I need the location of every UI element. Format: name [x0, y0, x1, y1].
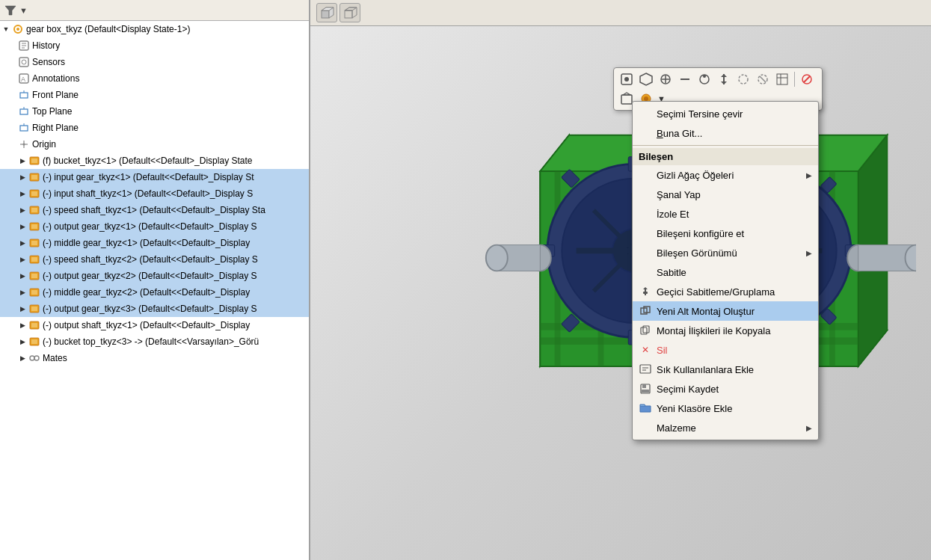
- tree-item-output-gear1[interactable]: ▶ (-) output gear_tkyz<1> (Default<<Defa…: [0, 218, 309, 235]
- mini-tool-btn-6[interactable]: [715, 70, 733, 88]
- output-gear1-icon: [28, 221, 40, 233]
- svg-rect-49: [345, 10, 352, 18]
- context-menu: Seçimi Tersine çevir Buna Git... Bileşen…: [632, 101, 819, 440]
- tree-item-output-shaft1[interactable]: ▶ (-) output shaft_tkyz<1> (Default<<Def…: [0, 317, 309, 333]
- svg-point-119: [703, 75, 706, 78]
- mini-tool-btn-8[interactable]: [754, 70, 772, 88]
- svg-point-19: [23, 144, 25, 146]
- ctx-goto[interactable]: Buna Git...: [633, 123, 818, 143]
- mini-tool-btn-7[interactable]: [734, 70, 752, 88]
- svg-marker-121: [721, 74, 727, 77]
- ctx-pin-icon: [639, 285, 652, 298]
- svg-marker-113: [640, 73, 652, 85]
- svg-marker-0: [5, 6, 16, 15]
- tree-item-bucket-top[interactable]: ▶ (-) bucket top_tkyz<3> -> (Default<<Va…: [0, 333, 309, 350]
- ctx-secimi-kaydet[interactable]: Seçimi Kaydet: [633, 379, 818, 399]
- expand-arrow-middle-gear1: ▶: [18, 239, 27, 247]
- tree-item-input-shaft1[interactable]: ▶ (-) input shaft_tkyz<1> (Default<<Defa…: [0, 185, 309, 202]
- input-shaft1-label: (-) input shaft_tkyz<1> (Default<<Defaul…: [43, 188, 253, 199]
- svg-rect-33: [31, 257, 37, 262]
- ctx-sanal-yap[interactable]: Şanal Yap: [633, 185, 818, 204]
- tree-item-origin[interactable]: Origin: [0, 136, 309, 153]
- mini-tool-btn-2[interactable]: [637, 70, 655, 88]
- mini-tool-btn-5[interactable]: [695, 70, 713, 88]
- tree-item-mates[interactable]: ▶ Mates: [0, 350, 309, 366]
- mini-tool-btn-3[interactable]: [657, 70, 675, 88]
- tree-item-speed-shaft1[interactable]: ▶ (-) speed shaft_tkyz<1> (Default<<Defa…: [0, 202, 309, 218]
- ctx-sik-kullanilanlara[interactable]: Sık Kullanılanlara Ekle: [633, 360, 818, 379]
- ctx-montaj-iliskileri[interactable]: Montaj İlişkileri ile Kopyala: [633, 321, 818, 340]
- mini-tool-btn-4[interactable]: [676, 70, 694, 88]
- ctx-bilesen-gorunu[interactable]: Bileşen Görünümü ▶: [633, 243, 818, 262]
- sensors-icon: [18, 56, 30, 68]
- mini-tool-btn-9[interactable]: [773, 70, 791, 88]
- ctx-bilesen-konfig[interactable]: Bileşeni konfigüre et: [633, 224, 818, 243]
- middle-gear2-label: (-) middle gear_tkyz<2> (Default<<Defaul…: [43, 287, 250, 298]
- ctx-goto-label: Buna Git...: [657, 128, 812, 139]
- ctx-bilesen-gorunu-label: Bileşen Görünümü: [657, 247, 806, 259]
- expand-arrow-middle-gear2: ▶: [18, 288, 27, 297]
- tree-item-middle-gear2[interactable]: ▶ (-) middle gear_tkyz<2> (Default<<Defa…: [0, 284, 309, 301]
- svg-point-45: [34, 356, 39, 360]
- tree-item-middle-gear1[interactable]: ▶ (-) middle gear_tkyz<1> (Default<<Defa…: [0, 235, 309, 251]
- ctx-gecici-sabitleme-label: Geçici Sabitleme/Gruplama: [657, 286, 812, 298]
- tree-item-annotations[interactable]: A Annotations: [0, 70, 309, 87]
- mini-tool-btn-10[interactable]: [798, 70, 816, 88]
- ctx-bilesen-label: Bileşen: [639, 151, 673, 162]
- ctx-gecici-sabitleme[interactable]: Geçici Sabitleme/Gruplama: [633, 282, 818, 301]
- svg-point-44: [30, 356, 34, 360]
- ctx-sabitle[interactable]: Sabitle: [633, 262, 818, 282]
- ctx-delete-icon: ✕: [639, 343, 652, 357]
- svg-rect-31: [31, 241, 37, 245]
- filter-icon[interactable]: [3, 3, 18, 18]
- ctx-malzeme[interactable]: Malzeme ▶: [633, 418, 818, 437]
- tree-item-output-gear2[interactable]: ▶ (-) output gear_tkyz<2> (Default<<Defa…: [0, 268, 309, 284]
- 3d-viewport[interactable]: ▼ Seçimi Tersine çevir Buna Git...: [310, 26, 931, 560]
- tree-item-top-plane[interactable]: Top Plane: [0, 103, 309, 120]
- ctx-invert-selection[interactable]: Seçimi Tersine çevir: [633, 104, 818, 123]
- svg-marker-51: [345, 7, 357, 10]
- middle-gear1-icon: [28, 237, 40, 249]
- ctx-izole[interactable]: İzole Et: [633, 204, 818, 224]
- svg-line-130: [804, 76, 810, 82]
- ctx-copy-icon: [639, 324, 652, 337]
- ctx-sil[interactable]: ✕ Sil: [633, 340, 818, 360]
- output-gear3-icon: [28, 303, 40, 315]
- expand-arrow-speed-shaft2: ▶: [18, 255, 27, 264]
- svg-rect-46: [322, 10, 329, 18]
- tree-item-bucket1[interactable]: ▶ (f) bucket_tkyz<1> (Default<<Default>_…: [0, 153, 309, 169]
- expand-arrow-output-gear3: ▶: [18, 304, 27, 313]
- tree-item-right-plane[interactable]: Right Plane: [0, 120, 309, 136]
- tree-item-front-plane[interactable]: Front Plane: [0, 87, 309, 103]
- origin-label: Origin: [32, 139, 56, 150]
- tree-item-input-gear1[interactable]: ▶ (-) input gear_tkyz<1> (Default<<Defau…: [0, 169, 309, 185]
- tree-item-sensors[interactable]: Sensors: [0, 54, 309, 70]
- view-btn-1[interactable]: [316, 3, 337, 22]
- tree-root[interactable]: ▼ gear box_tkyz (Default<Display State-1…: [0, 21, 309, 37]
- input-gear1-label: (-) input gear_tkyz<1> (Default<<Default…: [43, 172, 254, 182]
- input-gear1-icon: [28, 171, 40, 183]
- tree-item-output-gear3[interactable]: ▶ (-) output gear_tkyz<3> (Default<<Defa…: [0, 301, 309, 317]
- svg-point-112: [624, 77, 629, 81]
- tree-item-speed-shaft2[interactable]: ▶ (-) speed shaft_tkyz<2> (Default<<Defa…: [0, 251, 309, 268]
- input-shaft1-icon: [28, 188, 40, 200]
- tree-item-history[interactable]: History: [0, 37, 309, 54]
- ctx-hidden-tree[interactable]: Gizli Ağaç Öğeleri ▶: [633, 165, 818, 185]
- ctx-yeni-alt-montaj[interactable]: Yeni Alt Montaj Oluştur: [633, 301, 818, 321]
- front-plane-icon: [18, 89, 30, 101]
- speed-shaft1-icon: [28, 204, 40, 216]
- expand-arrow-input-shaft1: ▶: [18, 189, 27, 198]
- svg-rect-43: [31, 339, 37, 344]
- ctx-yeni-klasore[interactable]: Yeni Klasöre Ekle: [633, 399, 818, 418]
- mini-tool-btn-1[interactable]: [618, 70, 636, 88]
- annotations-icon: A: [18, 73, 30, 84]
- middle-gear2-icon: [28, 286, 40, 298]
- ctx-invert-selection-label: Seçimi Tersine çevir: [657, 108, 812, 120]
- ctx-star-icon: [639, 363, 652, 376]
- front-plane-label: Front Plane: [32, 90, 79, 100]
- view-toolbar: [310, 0, 931, 26]
- view-btn-2[interactable]: [339, 3, 360, 22]
- history-label: History: [32, 40, 60, 51]
- mates-label: Mates: [43, 353, 67, 363]
- origin-icon: [18, 138, 30, 150]
